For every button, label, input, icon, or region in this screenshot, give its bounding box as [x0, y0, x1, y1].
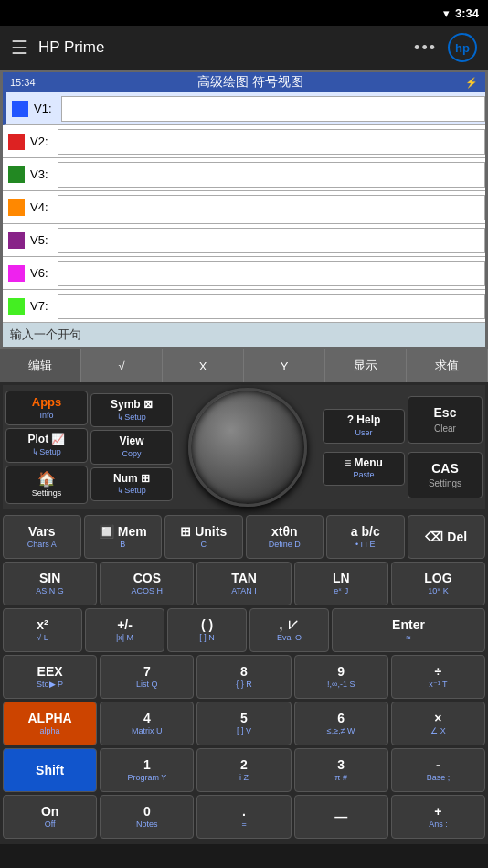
tan-key[interactable]: TAN ATAN I	[196, 562, 291, 605]
screen-header: 15:34 高级绘图 符号视图 ⚡	[3, 72, 485, 92]
on-off-key[interactable]: On Off	[3, 795, 97, 839]
xsq-key[interactable]: x² √ L	[3, 608, 82, 652]
space-key[interactable]: —	[294, 795, 388, 839]
vars-key[interactable]: Vars Chars A	[3, 515, 81, 559]
calculator-screen: 15:34 高级绘图 符号视图 ⚡ V1: V2: V3: V4: V5:	[0, 70, 488, 349]
center-left-col: Symb ⊠ ↳Setup View Copy Num ⊞ ↳Setup	[90, 393, 173, 501]
color-v6	[8, 265, 25, 282]
tab-sqrt[interactable]: √	[81, 349, 163, 382]
tab-display[interactable]: 显示	[325, 349, 407, 382]
eex-key[interactable]: EEX Sto▶ P	[3, 655, 97, 699]
menu-paste-button[interactable]: ≡ Menu Paste	[323, 452, 405, 486]
var-row-v7: V7:	[3, 290, 485, 323]
dots-menu-icon[interactable]: •••	[414, 38, 437, 58]
kb-row-6: Shift 1 Program Y 2 i Z 3 π # - Base ;	[3, 748, 485, 792]
del-key[interactable]: ⌫ Del	[408, 515, 486, 559]
key-1[interactable]: 1 Program Y	[100, 748, 194, 792]
var-input-v3[interactable]	[58, 162, 485, 188]
color-v4	[8, 199, 25, 216]
comma-key[interactable]: , ⩗ Eval O	[249, 608, 329, 652]
var-row-v4: V4:	[3, 191, 485, 224]
ln-key[interactable]: LN eˣ J	[294, 562, 388, 605]
tab-edit[interactable]: 编辑	[0, 349, 81, 382]
alpha-key[interactable]: ALPHA alpha	[3, 702, 97, 745]
var-input-v4[interactable]	[58, 195, 485, 220]
var-input-v1[interactable]	[61, 96, 485, 122]
div-key[interactable]: ÷ x⁻¹ T	[391, 655, 485, 699]
settings-button[interactable]: 🏠 Settings	[5, 466, 88, 504]
kb-row-7: On Off 0 Notes . = — + Ans :	[3, 795, 485, 839]
var-label-v3: V3:	[30, 167, 58, 181]
key-5[interactable]: 5 [ ] V	[196, 702, 291, 745]
shift-key[interactable]: Shift	[3, 748, 97, 792]
negate-key[interactable]: +/- |x| M	[85, 608, 164, 652]
num-setup-button[interactable]: Num ⊞ ↳Setup	[90, 467, 173, 501]
prompt-text: 输入一个开句	[10, 327, 81, 341]
paren-key[interactable]: ( ) [ ] N	[167, 608, 247, 652]
kb-row-3: x² √ L +/- |x| M ( ) [ ] N , ⩗ Eval O En…	[3, 608, 485, 652]
key-6[interactable]: 6 ≤,≥,≠ W	[294, 702, 388, 745]
var-input-v6[interactable]	[58, 261, 485, 286]
enter-key[interactable]: Enter ≈	[332, 608, 485, 652]
tab-y[interactable]: Y	[244, 349, 325, 382]
apps-info-button[interactable]: Apps Info	[5, 391, 88, 426]
key-9[interactable]: 9 !,∞,-1 S	[294, 655, 388, 699]
prompt-bar: 输入一个开句	[3, 323, 485, 347]
var-row-v6: V6:	[3, 257, 485, 290]
color-v5	[8, 232, 25, 249]
center-right-col: ? Help User ≡ Menu Paste	[323, 409, 405, 486]
screen-title: 高级绘图 符号视图	[36, 74, 465, 91]
key-3[interactable]: 3 π #	[294, 748, 388, 792]
screen-time: 15:34	[10, 77, 36, 88]
tab-x[interactable]: X	[163, 349, 244, 382]
cas-settings-button[interactable]: CAS Settings	[408, 452, 483, 499]
cos-key[interactable]: COS ACOS H	[100, 562, 194, 605]
mul-key[interactable]: × ∠ X	[391, 702, 485, 745]
color-v1	[12, 101, 28, 117]
var-input-v5[interactable]	[58, 228, 485, 253]
abc-key[interactable]: a b/c • ı ı E	[326, 515, 405, 559]
log-key[interactable]: LOG 10ˣ K	[391, 562, 485, 605]
view-copy-button[interactable]: View Copy	[90, 430, 173, 464]
key-2[interactable]: 2 i Z	[196, 748, 291, 792]
variable-list: V1: V2: V3: V4: V5: V6:	[3, 92, 485, 323]
var-label-v7: V7:	[30, 299, 58, 313]
wifi-icon: ▾	[443, 6, 450, 20]
var-label-v5: V5:	[30, 233, 58, 247]
dot-key[interactable]: . =	[196, 795, 291, 839]
dial-circle[interactable]	[188, 388, 307, 507]
key-7[interactable]: 7 List Q	[100, 655, 194, 699]
plot-setup-button[interactable]: Plot 📈 ↳Setup	[5, 428, 88, 462]
dial-wheel[interactable]	[175, 388, 320, 507]
key-0[interactable]: 0 Notes	[100, 795, 194, 839]
func-row-1: Apps Info Plot 📈 ↳Setup 🏠 Settings Symb …	[3, 385, 485, 509]
hamburger-menu-icon[interactable]: ☰	[11, 37, 27, 59]
hp-logo: hp	[448, 33, 477, 62]
var-input-v7[interactable]	[58, 294, 485, 319]
var-input-v2[interactable]	[58, 129, 485, 155]
sin-key[interactable]: SIN ASIN G	[3, 562, 97, 605]
keyboard: Vars Chars A 🔲 Mem B ⊞ Units C xtθn Defi…	[0, 512, 488, 844]
key-8[interactable]: 8 { } R	[196, 655, 291, 699]
tab-eval[interactable]: 求值	[407, 349, 488, 382]
define-key[interactable]: xtθn Define D	[246, 515, 324, 559]
color-v3	[8, 166, 25, 183]
app-title: HP Prime	[38, 38, 403, 57]
help-user-button[interactable]: ? Help User	[323, 409, 405, 443]
var-row-v1: V1:	[3, 92, 485, 125]
color-v2	[8, 134, 25, 150]
symb-setup-button[interactable]: Symb ⊠ ↳Setup	[90, 393, 173, 427]
plus-key[interactable]: + Ans :	[391, 795, 485, 839]
mem-key[interactable]: 🔲 Mem B	[84, 515, 163, 559]
kb-row-4: EEX Sto▶ P 7 List Q 8 { } R 9 !,∞,-1 S ÷…	[3, 655, 485, 699]
units-key[interactable]: ⊞ Units C	[164, 515, 243, 559]
esc-clear-button[interactable]: Esc Clear	[408, 396, 483, 444]
menu-tabs: 编辑 √ X Y 显示 求值	[0, 349, 488, 382]
key-4[interactable]: 4 Matrix U	[100, 702, 194, 745]
minus-key[interactable]: - Base ;	[391, 748, 485, 792]
var-row-v2: V2:	[3, 125, 485, 158]
var-label-v2: V2:	[30, 134, 58, 148]
kb-row-1: Vars Chars A 🔲 Mem B ⊞ Units C xtθn Defi…	[3, 515, 485, 559]
var-label-v6: V6:	[30, 266, 58, 280]
var-row-v3: V3:	[3, 158, 485, 191]
